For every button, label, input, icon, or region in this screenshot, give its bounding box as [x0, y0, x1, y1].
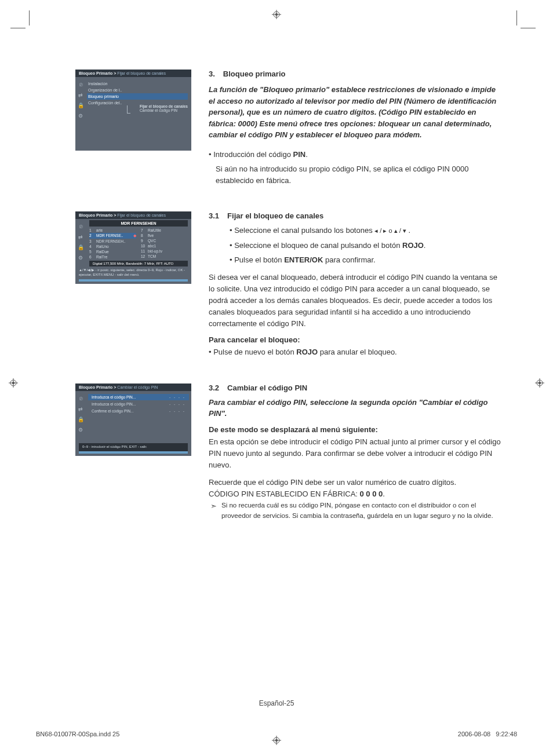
channel-row: 9QVC: [141, 238, 188, 243]
submenu-item: Cambiar el código PIN: [140, 108, 188, 112]
list-icon: ⇄: [78, 234, 83, 240]
breadcrumb-sub: Fijar el bloqueo de canales: [117, 71, 166, 75]
screenshot-breadcrumb: Bloqueo Primario > Fijar el bloqueo de c…: [75, 70, 191, 77]
registration-icon: [8, 378, 19, 389]
registration-icon: [534, 378, 545, 389]
svg-point-15: [275, 739, 278, 742]
page-content: Bloqueo Primario > Fijar el bloqueo de c…: [75, 70, 501, 704]
cancel-heading: Para cancelar el bloqueo:: [209, 335, 501, 344]
crop-mark: [10, 28, 26, 28]
bullet-text: • Seleccione el canal pulsando los boton…: [230, 226, 374, 235]
subsection-number: 3.2: [209, 384, 219, 392]
bullet-line: • Seleccione el canal pulsando los boton…: [230, 225, 501, 236]
subsection-heading: 3.2 Cambiar el código PIN: [209, 384, 501, 392]
channel-row: 7RaiUtile: [141, 228, 188, 233]
channel-row: 6RaiTre: [89, 254, 136, 260]
screenshot-channel-lock: Bloqueo Primario > Fijar el bloqueo de c…: [75, 211, 191, 284]
menu-item: Instalación: [87, 81, 188, 87]
subsection-heading: 3.1 Fijar el bloqueo de canales: [209, 211, 501, 220]
submenu-item: Fijar el bloqueo de canales: [140, 104, 188, 108]
factory-pin-post: .: [383, 490, 385, 498]
bullet-text: • Pulse de nuevo el botón: [209, 348, 296, 356]
footer-filename: BN68-01007R-00Spa.indd 25: [36, 731, 119, 737]
pin-entry-row: Introduzca el código PIN...- - - -: [88, 394, 189, 400]
svg-point-7: [12, 382, 14, 384]
bullet-text: • Seleccione el bloqueo de canal pulsand…: [230, 241, 402, 250]
pin-entry-row: Confirme el código PIN...- - - -: [88, 408, 189, 414]
channel-info-bar: Digital 177,500 MHz, Bandwidth: 7 MHz, F…: [89, 261, 188, 266]
footer-date: 2006-08-08: [458, 731, 490, 737]
pin-entry-row: Introduzca el código PIN...- - - -: [88, 401, 189, 407]
bullet-bold: ENTER/OK: [284, 255, 323, 264]
breadcrumb-sub: Cambiar el código PIN: [117, 385, 158, 389]
section-heading: 3. Bloqueo primario: [209, 70, 501, 78]
channel-row: 1arte: [89, 228, 136, 233]
svg-point-3: [275, 13, 278, 16]
screenshot-footer-hint: ▲/▼/◀/▶ - ir posic. siguiente, selec. di…: [75, 266, 191, 279]
section-title: Bloqueo primario: [223, 70, 286, 78]
screenshot-breadcrumb: Bloqueo Primario > Cambiar el código PIN: [75, 384, 191, 391]
menu-item-selected: Bloqueo primario: [87, 93, 188, 100]
factory-pin-pre: CÓDIGO PIN ESTABLECIDO EN FÁBRICA:: [209, 490, 360, 498]
bullet-text-post: .: [305, 150, 308, 159]
channel-grid: 1arte2MDR FERNSE..◆3NDR FERNSEH..4RaiUno…: [86, 227, 191, 261]
bullet-bold: ROJO: [296, 348, 318, 356]
footer-time: 9:22:48: [496, 731, 517, 737]
lock-icon: 🔒: [78, 244, 84, 250]
install-icon: ⎚: [79, 396, 82, 401]
screenshot-breadcrumb: Bloqueo Primario > Fijar el bloqueo de c…: [75, 211, 191, 219]
bullet-text: .: [406, 226, 410, 235]
screenshot-icon-column: ⎚ ⇄ 🔒 ⚙: [75, 219, 86, 266]
factory-pin-value: 0 0 0 0: [360, 490, 383, 498]
registration-icon: [271, 10, 282, 20]
breadcrumb-main: Bloqueo Primario >: [79, 71, 117, 75]
paragraph: Si desea ver el canal bloqueado, deberá …: [209, 272, 501, 330]
lock-icon: 🔒: [78, 103, 84, 108]
registration-icon: [271, 736, 282, 746]
subsection-title: Fijar el bloqueo de canales: [227, 211, 323, 220]
note-arrow-icon: ➣: [209, 501, 218, 521]
channel-row: 5RaiDue: [89, 249, 136, 254]
breadcrumb-main: Bloqueo Primario >: [79, 385, 117, 389]
gear-icon: ⚙: [78, 427, 83, 433]
breadcrumb-main: Bloqueo Primario >: [79, 213, 117, 217]
subsection-title: Cambiar el código PIN: [227, 384, 307, 392]
screenshot-change-pin: Bloqueo Primario > Cambiar el código PIN…: [75, 384, 191, 456]
channel-panel-title: MDR FERNSEHEN: [89, 220, 188, 227]
gear-icon: ⚙: [78, 255, 83, 261]
install-icon: ⎚: [79, 224, 82, 229]
lock-icon: 🔒: [78, 417, 84, 422]
submenu-block: Fijar el bloqueo de canales Cambiar el c…: [140, 104, 188, 112]
note-row: ➣ Si no recuerda cuál es su código PIN, …: [209, 501, 501, 521]
factory-pin-line: CÓDIGO PIN ESTABLECIDO EN FÁBRICA: 0 0 0…: [209, 490, 501, 498]
channel-row: 8five: [141, 233, 188, 238]
bullet-text: para anular el bloqueo.: [318, 348, 397, 356]
crop-mark: [516, 10, 517, 25]
screenshot-bottom-bar: [79, 279, 188, 282]
bullet-text: • Pulse el botón: [230, 255, 284, 264]
bullet-line: • Pulse el botón ENTER/OK para confirmar…: [230, 254, 501, 266]
gear-icon: ⚙: [78, 113, 83, 119]
list-icon: ⇄: [78, 92, 83, 98]
channel-row: 2MDR FERNSE..◆: [89, 233, 136, 239]
screenshot-parental-menu: Bloqueo Primario > Fijar el bloqueo de c…: [75, 70, 191, 151]
footer-timestamp: 2006-08-08 9:22:48: [458, 731, 517, 737]
list-icon: ⇄: [78, 406, 83, 412]
crop-mark: [521, 28, 536, 28]
note-text: Si no recuerda cuál es su código PIN, pó…: [221, 501, 501, 521]
svg-point-11: [539, 382, 541, 384]
bullet-text: .: [424, 241, 426, 250]
channel-row: 4RaiUno: [89, 244, 136, 249]
submenu-connector: [127, 105, 130, 114]
channel-row: 10abc1: [141, 243, 188, 249]
paragraph: En esta opción se debe introducir el cód…: [209, 436, 501, 471]
screenshot-icon-column: ⎚ ⇄ 🔒 ⚙: [75, 79, 86, 133]
page-number-label: Español-25: [0, 699, 553, 707]
bullet-line: • Seleccione el bloqueo de canal pulsand…: [230, 240, 501, 251]
bullet-text-pre: • Introducción del código: [209, 150, 293, 159]
screenshot-icon-column: ⎚ ⇄ 🔒 ⚙: [75, 391, 86, 443]
bullet-line: • Introducción del código PIN.: [209, 149, 501, 160]
subsection-number: 3.1: [209, 211, 219, 220]
screenshot-bottom-bar: [79, 451, 188, 454]
menu-item: Organización de l..: [87, 87, 188, 93]
